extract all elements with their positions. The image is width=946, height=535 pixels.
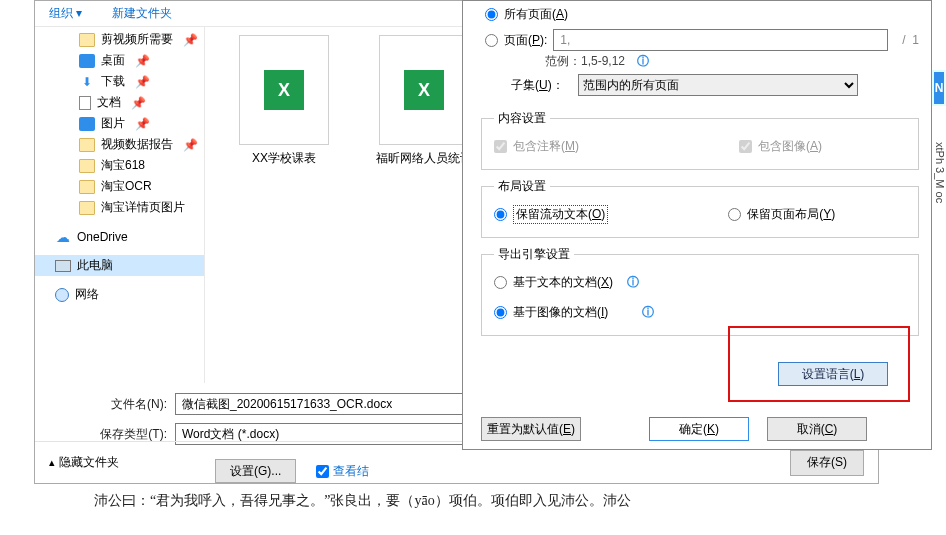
file-label: XX学校课表 [229, 151, 339, 167]
group-legend: 导出引擎设置 [494, 246, 574, 263]
tree-item-onedrive[interactable]: ☁OneDrive [35, 226, 204, 247]
tree-item-documents[interactable]: 文档📌 [35, 92, 204, 113]
include-comments-checkbox: 包含注释(M) [494, 133, 579, 159]
all-pages-radio[interactable]: 所有页面(A) [485, 1, 919, 27]
info-icon: ⓘ [637, 53, 649, 70]
folder-icon [79, 138, 95, 152]
pin-icon: 📌 [183, 33, 198, 47]
tree-item[interactable]: 视频数据报告📌 [35, 134, 204, 155]
keep-layout-radio[interactable]: 保留页面布局(Y) [728, 201, 835, 227]
tree-label: OneDrive [77, 230, 128, 244]
tree-item[interactable]: 淘宝618 [35, 155, 204, 176]
page-range-input[interactable] [553, 29, 888, 51]
filetype-label: 保存类型(T): [85, 426, 167, 443]
pin-icon: 📌 [131, 96, 146, 110]
tree-label: 文档 [97, 94, 121, 111]
document-body-text: 沛公曰：“君为我呼入，吾得兄事之。”张良出，要（yāo）项伯。项伯即入见沛公。沛… [94, 492, 631, 510]
folder-icon [79, 159, 95, 173]
save-button[interactable]: 保存(S) [790, 450, 864, 476]
document-icon [79, 96, 91, 110]
image-based-radio[interactable]: 基于图像的文档(I) [494, 299, 608, 325]
subset-select[interactable]: 范围内的所有页面 [578, 74, 858, 96]
cloud-icon: ☁ [55, 230, 71, 244]
pin-icon: 📌 [183, 138, 198, 152]
folder-icon [79, 33, 95, 47]
right-tab[interactable]: N [932, 70, 946, 106]
radio-label: 页面( [504, 33, 532, 47]
tree-label: 淘宝OCR [101, 178, 152, 195]
tree-label: 淘宝详情页图片 [101, 199, 185, 216]
tree-label: 此电脑 [77, 257, 113, 274]
organize-menu[interactable]: 组织 ▾ [49, 5, 82, 22]
tree-item[interactable]: 淘宝详情页图片 [35, 197, 204, 218]
tree-item[interactable]: 剪视频所需要📌 [35, 29, 204, 50]
download-icon: ⬇ [79, 75, 95, 89]
tree-item-downloads[interactable]: ⬇下载📌 [35, 71, 204, 92]
network-icon [55, 288, 69, 302]
file-thumbnail: X [239, 35, 329, 145]
group-legend: 内容设置 [494, 110, 550, 127]
page-range-example: 范例：1,5-9,12ⓘ [545, 53, 919, 70]
pc-icon [55, 260, 71, 272]
file-thumbnail: X [379, 35, 469, 145]
set-language-button[interactable]: 设置语言(L) [778, 362, 888, 386]
include-images-checkbox: 包含图像(A) [739, 133, 822, 159]
group-legend: 布局设置 [494, 178, 550, 195]
desktop-icon [79, 54, 95, 68]
ok-button[interactable]: 确定(K) [649, 417, 749, 441]
pin-icon: 📌 [135, 54, 150, 68]
text-based-radio[interactable]: 基于文本的文档(X) [494, 269, 613, 295]
page-range-radio[interactable]: 页面(P): / 1 [485, 27, 919, 53]
reset-defaults-button[interactable]: 重置为默认值(E) [481, 417, 581, 441]
tree-label: 网络 [75, 286, 99, 303]
flow-text-radio[interactable]: 保留流动文本(O) [494, 201, 608, 227]
info-icon: ⓘ [627, 274, 639, 291]
new-folder-button[interactable]: 新建文件夹 [112, 5, 172, 22]
tree-label: 剪视频所需要 [101, 31, 173, 48]
hide-folders-toggle[interactable]: ▴隐藏文件夹 [49, 454, 119, 471]
navigation-tree: 剪视频所需要📌 桌面📌 ⬇下载📌 文档📌 图片📌 视频数据报告📌 淘宝618 淘… [35, 27, 205, 383]
radio-label: 所有页面( [504, 7, 556, 21]
tree-item-pictures[interactable]: 图片📌 [35, 113, 204, 134]
tree-label: 图片 [101, 115, 125, 132]
cancel-button[interactable]: 取消(C) [767, 417, 867, 441]
tree-item[interactable]: 淘宝OCR [35, 176, 204, 197]
pin-icon: 📌 [135, 117, 150, 131]
pin-icon: 📌 [135, 75, 150, 89]
folder-icon [79, 180, 95, 194]
page-count: / 1 [902, 33, 919, 47]
tree-item-network[interactable]: 网络 [35, 284, 204, 305]
tree-label: 淘宝618 [101, 157, 145, 174]
tree-label: 视频数据报告 [101, 136, 173, 153]
subset-label: 子集(U)： [511, 77, 564, 94]
tree-label: 下载 [101, 73, 125, 90]
right-clipped-text: xtPh 3_M oc [932, 142, 946, 203]
tree-label: 桌面 [101, 52, 125, 69]
file-item[interactable]: X XX学校课表 [229, 35, 339, 182]
folder-icon [79, 201, 95, 215]
tree-item-thispc[interactable]: 此电脑 [35, 255, 204, 276]
export-engine-group: 导出引擎设置 基于文本的文档(X)ⓘ 基于图像的文档(I)ⓘ [481, 246, 919, 336]
filename-label: 文件名(N): [85, 396, 167, 413]
pictures-icon [79, 117, 95, 131]
layout-settings-group: 布局设置 保留流动文本(O) 保留页面布局(Y) [481, 178, 919, 238]
info-icon: ⓘ [642, 304, 654, 321]
content-settings-group: 内容设置 包含注释(M) 包含图像(A) [481, 110, 919, 170]
tree-item-desktop[interactable]: 桌面📌 [35, 50, 204, 71]
